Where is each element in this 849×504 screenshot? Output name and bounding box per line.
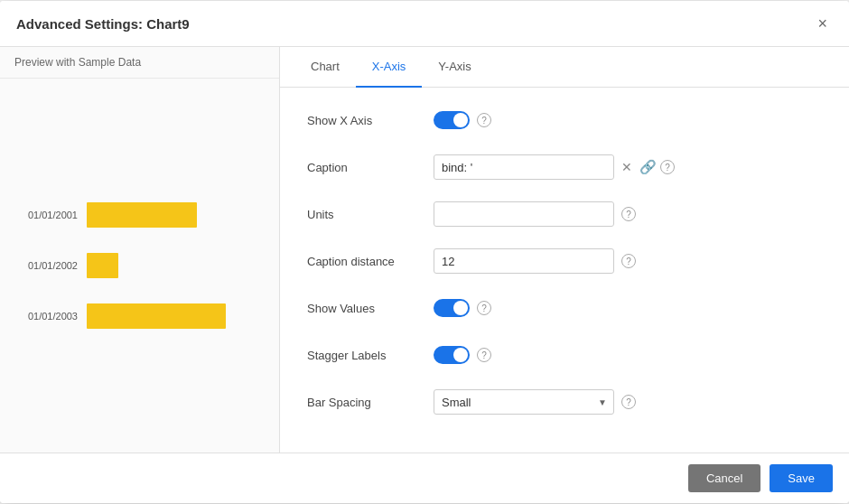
close-button[interactable]: × [812, 14, 833, 33]
bar-fill-2 [87, 253, 118, 278]
units-help-icon[interactable]: ? [621, 207, 636, 221]
caption-distance-control: ? [434, 248, 822, 274]
bar-row-3: 01/01/2003 [14, 303, 265, 329]
caption-label: Caption [307, 161, 434, 174]
settings-content: Show X Axis ? Caption ✕ [280, 88, 849, 453]
stagger-labels-control: ? [434, 346, 822, 364]
setting-row-caption-distance: Caption distance ? [307, 247, 822, 275]
bar-label-1: 01/01/2001 [14, 210, 78, 220]
stagger-labels-label: Stagger Labels [307, 349, 434, 362]
bar-spacing-help-icon[interactable]: ? [621, 395, 636, 409]
settings-panel: Chart X-Axis Y-Axis Show X Axis [280, 47, 849, 453]
setting-row-caption: Caption ✕ 🔗 ? [307, 153, 822, 182]
caption-input[interactable] [434, 154, 614, 180]
units-control: ? [434, 201, 822, 227]
advanced-settings-dialog: Advanced Settings: Chart9 × Preview with… [0, 1, 849, 503]
dialog-title: Advanced Settings: Chart9 [16, 16, 190, 32]
tab-xaxis[interactable]: X-Axis [356, 47, 423, 88]
preview-panel: Preview with Sample Data 01/01/2001 01/0… [0, 47, 280, 453]
caption-clear-button[interactable]: ✕ [618, 158, 636, 176]
show-values-control: ? [434, 299, 822, 317]
show-x-axis-control: ? [434, 111, 822, 129]
bar-label-2: 01/01/2002 [14, 260, 78, 271]
preview-label: Preview with Sample Data [0, 47, 279, 79]
bar-row-2: 01/01/2002 [14, 253, 265, 278]
caption-distance-input[interactable] [434, 248, 614, 274]
show-values-help-icon[interactable]: ? [477, 301, 491, 315]
setting-row-show-x-axis: Show X Axis ? [307, 106, 822, 135]
tab-chart[interactable]: Chart [294, 47, 356, 88]
bar-track-2 [87, 253, 265, 278]
show-values-label: Show Values [307, 302, 434, 315]
tabs-row: Chart X-Axis Y-Axis [280, 47, 849, 88]
caption-distance-label: Caption distance [307, 255, 434, 268]
stagger-labels-help-icon[interactable]: ? [477, 348, 491, 362]
caption-help-icon[interactable]: ? [660, 160, 675, 174]
bar-spacing-control: Small Medium Large ▼ ? [434, 389, 822, 415]
show-x-axis-label: Show X Axis [307, 114, 434, 127]
bar-fill-1 [87, 202, 197, 228]
units-input[interactable] [434, 201, 614, 227]
setting-row-bar-spacing: Bar Spacing Small Medium Large ▼ ? [307, 387, 822, 416]
cancel-button[interactable]: Cancel [688, 464, 760, 492]
caption-control: ✕ 🔗 ? [434, 154, 822, 180]
dialog-header: Advanced Settings: Chart9 × [0, 1, 849, 47]
dialog-footer: Cancel Save [0, 453, 849, 503]
save-button[interactable]: Save [770, 464, 833, 492]
bar-fill-3 [87, 303, 226, 329]
bar-spacing-label: Bar Spacing [307, 396, 434, 409]
bar-row-1: 01/01/2001 [14, 202, 265, 228]
bar-track-1 [87, 202, 265, 228]
setting-row-show-values: Show Values ? [307, 294, 822, 322]
bar-track-3 [87, 303, 265, 329]
caption-distance-help-icon[interactable]: ? [621, 254, 636, 268]
show-x-axis-toggle[interactable] [434, 111, 470, 129]
stagger-labels-toggle[interactable] [434, 346, 470, 364]
setting-row-stagger-labels: Stagger Labels ? [307, 341, 822, 369]
bar-spacing-select[interactable]: Small Medium Large [434, 389, 614, 415]
show-x-axis-help-icon[interactable]: ? [477, 113, 491, 127]
tab-yaxis[interactable]: Y-Axis [422, 47, 487, 88]
bar-label-3: 01/01/2003 [14, 311, 78, 322]
show-values-toggle[interactable] [434, 299, 470, 317]
units-label: Units [307, 208, 434, 221]
chart-area: 01/01/2001 01/01/2002 01/01/2003 [0, 79, 279, 453]
dialog-body: Preview with Sample Data 01/01/2001 01/0… [0, 47, 849, 453]
setting-row-units: Units ? [307, 200, 822, 229]
caption-link-icon[interactable]: 🔗 [639, 159, 657, 175]
bar-spacing-select-wrapper: Small Medium Large ▼ [434, 389, 614, 415]
